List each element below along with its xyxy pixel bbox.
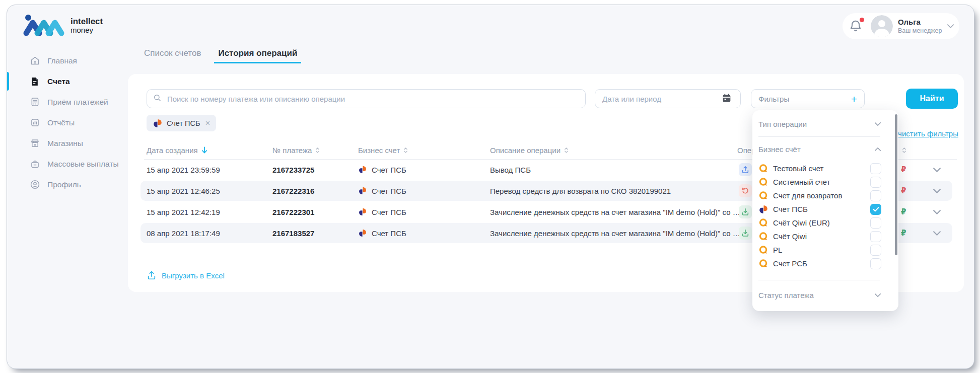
checkbox-unchecked[interactable]: [870, 163, 881, 174]
account-option[interactable]: Счёт Qiwi (EUR): [758, 216, 881, 230]
filters-dropdown-panel: Тип операции Бизнес счёт Тестовый счет С…: [752, 110, 898, 311]
row-expand-chevron[interactable]: [933, 181, 941, 201]
bar-chart-icon: [29, 117, 40, 128]
payout-bag-icon: [29, 159, 40, 170]
notifications-button[interactable]: [849, 19, 864, 34]
user-role: Ваш менеджер: [898, 27, 947, 35]
sidebar-item-label: Счета: [47, 77, 70, 86]
outgoing-operation-icon: [739, 163, 752, 176]
account-option-selected[interactable]: Счет ПСБ: [758, 202, 881, 216]
filter-section-operation-type[interactable]: Тип операции: [758, 117, 881, 130]
filter-section-business-account[interactable]: Бизнес счёт: [758, 142, 881, 156]
refund-operation-icon: [739, 184, 752, 197]
cell-payment-no: 2167183527: [272, 223, 314, 243]
column-header-amount-sort[interactable]: [902, 145, 906, 155]
sidebar-item-shops[interactable]: Магазины: [7, 133, 128, 154]
find-button[interactable]: Найти: [906, 89, 958, 109]
user-name: Ольга: [898, 18, 947, 27]
business-account-options: Тестовый счет Системный счет Счет для во…: [758, 162, 881, 270]
account-option[interactable]: Тестовый счет: [758, 162, 881, 175]
qiwi-logo-icon: [758, 191, 768, 201]
chevron-down-icon[interactable]: [947, 24, 954, 29]
sidebar-item-mass-payouts[interactable]: Массовые выплаты: [7, 154, 128, 174]
sidebar-item-accounts[interactable]: Счета: [7, 71, 128, 92]
sidebar-item-label: Магазины: [47, 139, 83, 148]
profile-icon: [29, 179, 40, 190]
search-input[interactable]: [147, 89, 586, 108]
row-expand-chevron[interactable]: [933, 160, 941, 180]
filter-section-payment-status[interactable]: Статус платежа: [758, 288, 881, 302]
content-tabs: Список счетов История операций: [140, 48, 301, 63]
cell-account: Счет ПСБ: [358, 202, 406, 222]
account-option[interactable]: Системный счет: [758, 175, 881, 189]
checkbox-unchecked[interactable]: [870, 177, 881, 188]
filter-chip-label: Счет ПСБ: [167, 119, 200, 127]
avatar[interactable]: [871, 15, 893, 37]
column-header-account[interactable]: Бизнес счет: [358, 145, 408, 155]
receipt-icon: [29, 97, 40, 108]
sidebar-item-reports[interactable]: Отчёты: [7, 112, 128, 133]
account-option[interactable]: Счёт Qiwi: [758, 230, 881, 243]
sidebar-item-main[interactable]: Главная: [7, 50, 128, 71]
brand-logo: intellect money: [22, 13, 103, 38]
user-panel: Ольга Ваш менеджер: [843, 13, 959, 39]
chevron-down-icon: [933, 188, 941, 194]
account-option[interactable]: Счет для возвратов: [758, 189, 881, 202]
qiwi-logo-icon: [758, 177, 768, 187]
checkbox-unchecked[interactable]: [870, 245, 881, 256]
cell-description: Зачисление денежных средств на счет мага…: [490, 202, 740, 222]
chevron-down-icon: [933, 167, 941, 173]
chip-remove-icon[interactable]: ×: [205, 118, 211, 128]
cell-currency: ₽: [901, 223, 906, 243]
cell-account: Счет ПСБ: [358, 181, 406, 201]
date-range-input[interactable]: [595, 89, 741, 108]
sidebar-item-payments[interactable]: Приём платежей: [7, 92, 128, 112]
cell-date: 15 апр 2021 23:59:59: [147, 160, 220, 180]
cell-payment-no: 2167222316: [272, 181, 314, 201]
sidebar-item-label: Отчёты: [47, 118, 75, 127]
filter-chip-psb[interactable]: Счет ПСБ ×: [147, 115, 216, 131]
upload-icon: [147, 270, 157, 280]
sort-icon: [564, 147, 569, 154]
checkbox-unchecked[interactable]: [870, 190, 881, 201]
chevron-down-icon: [933, 209, 941, 215]
cell-operation: [739, 223, 752, 243]
sidebar-item-profile[interactable]: Профиль: [7, 174, 128, 195]
tab-accounts-list[interactable]: Список счетов: [140, 48, 205, 63]
column-header-description[interactable]: Описание операции: [490, 145, 569, 155]
filters-selector[interactable]: Фильтры +: [751, 89, 865, 108]
checkbox-checked[interactable]: [870, 204, 881, 215]
cell-payment-no: 2167222301: [272, 202, 314, 222]
row-expand-chevron[interactable]: [933, 202, 941, 222]
psb-logo-icon: [358, 165, 367, 174]
check-icon: [873, 207, 879, 212]
calendar-icon[interactable]: [721, 93, 732, 104]
storefront-icon: [29, 138, 40, 149]
row-expand-chevron[interactable]: [933, 223, 941, 243]
account-option[interactable]: Счет РСБ: [758, 257, 881, 270]
dropdown-divider: [758, 136, 880, 137]
cell-operation: [739, 160, 752, 180]
column-header-payment-no[interactable]: № платежа: [272, 145, 320, 155]
qiwi-logo-icon: [758, 218, 768, 228]
checkbox-unchecked[interactable]: [870, 231, 881, 242]
qiwi-logo-icon: [758, 164, 768, 174]
export-excel-link[interactable]: Выгрузить в Excel: [147, 270, 225, 280]
account-option[interactable]: PL: [758, 243, 881, 257]
psb-logo-icon: [153, 118, 163, 128]
checkbox-unchecked[interactable]: [870, 217, 881, 229]
dropdown-divider: [758, 280, 880, 280]
intellectmoney-wave-icon: [22, 13, 68, 38]
cell-date: 08 апр 2021 18:17:49: [147, 223, 220, 243]
checkbox-unchecked[interactable]: [870, 258, 881, 269]
column-header-date[interactable]: Дата создания: [147, 145, 207, 155]
clear-filters-link[interactable]: Очистить фильтры: [892, 129, 958, 138]
brand-name: intellect money: [71, 17, 103, 34]
dropdown-scrollbar[interactable]: [895, 114, 897, 255]
cell-account: Счет ПСБ: [358, 160, 406, 180]
incoming-operation-icon: [739, 205, 752, 218]
cell-payment-no: 2167233725: [272, 160, 314, 180]
user-info: Ольга Ваш менеджер: [898, 18, 947, 35]
cell-currency: ₽: [901, 202, 906, 222]
tab-operations-history[interactable]: История операций: [214, 48, 301, 63]
